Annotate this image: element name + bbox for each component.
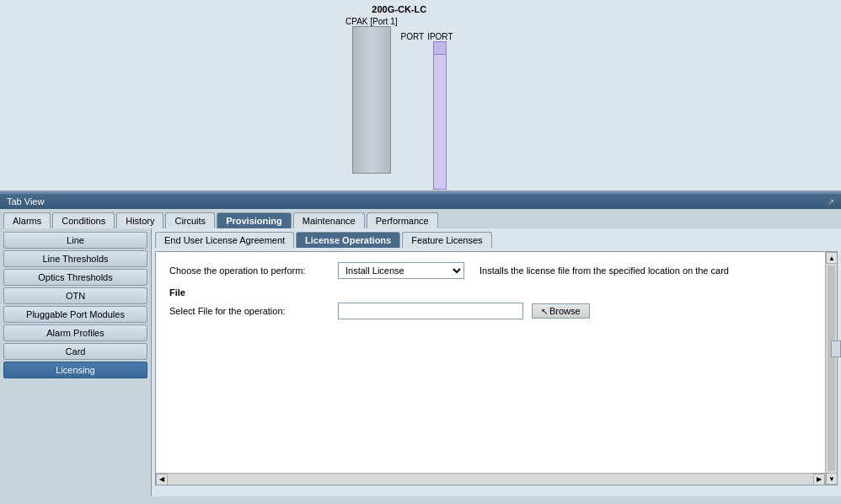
- sidebar-item-card[interactable]: Card: [3, 343, 147, 360]
- device-container: 200G-CK-LC CPAK [Port 1] PORT IPORT: [346, 4, 453, 190]
- tab-view-header: Tab View ↗: [0, 194, 841, 209]
- tab-view: Tab View ↗ Alarms Conditions History Cir…: [0, 192, 841, 504]
- scroll-down-arrow[interactable]: ▼: [826, 473, 838, 485]
- sidebar-item-pluggable-port-modules[interactable]: Pluggable Port Modules: [3, 306, 147, 323]
- sub-tab-license-operations[interactable]: License Operations: [296, 232, 400, 248]
- sidebar-item-optics-thresholds[interactable]: Optics Thresholds: [3, 269, 147, 286]
- left-sidebar: Line Line Thresholds Optics Thresholds O…: [0, 228, 152, 496]
- sub-tab-feature-licenses[interactable]: Feature Licenses: [402, 232, 491, 248]
- cpak-label: CPAK [Port 1]: [346, 17, 398, 26]
- sidebar-item-alarm-profiles[interactable]: Alarm Profiles: [3, 324, 147, 341]
- main-tabs-bar: Alarms Conditions History Circuits Provi…: [0, 209, 841, 228]
- device-ports-row: CPAK [Port 1] PORT IPORT: [346, 17, 453, 190]
- sidebar-item-line-thresholds[interactable]: Line Thresholds: [3, 250, 147, 267]
- sidebar-item-line[interactable]: Line: [3, 232, 147, 249]
- iport-block: IPORT: [427, 32, 453, 190]
- panel-inner: Choose the operation to perform: Install…: [156, 252, 837, 330]
- sub-tab-eula[interactable]: End User License Agreement: [155, 232, 294, 248]
- sidebar-item-otn[interactable]: OTN: [3, 287, 147, 304]
- sub-tabs-bar: End User License Agreement License Opera…: [155, 232, 838, 248]
- right-resize-handle[interactable]: [831, 340, 841, 357]
- tab-conditions[interactable]: Conditions: [52, 212, 115, 228]
- file-input[interactable]: [338, 303, 523, 319]
- bottom-scrollbar[interactable]: ◀ ▶: [156, 473, 825, 485]
- cursor-icon: ↖: [541, 307, 548, 316]
- device-title: 200G-CK-LC: [372, 4, 426, 14]
- cpak-block: CPAK [Port 1]: [346, 17, 398, 174]
- diagram-area: 200G-CK-LC CPAK [Port 1] PORT IPORT: [0, 0, 841, 192]
- scroll-right-arrow[interactable]: ▶: [813, 474, 825, 485]
- content-area: Line Line Thresholds Optics Thresholds O…: [0, 228, 841, 496]
- operation-select[interactable]: Install License: [338, 262, 464, 279]
- tab-performance[interactable]: Performance: [367, 212, 438, 228]
- tab-view-title: Tab View: [7, 196, 44, 206]
- iport-rect: [433, 41, 447, 55]
- panel-scrollbar[interactable]: ▲ ▼: [825, 252, 837, 485]
- operation-row: Choose the operation to perform: Install…: [169, 262, 823, 279]
- file-select-label: Select File for the operation:: [169, 306, 329, 316]
- operation-label: Choose the operation to perform:: [169, 265, 329, 276]
- tab-history[interactable]: History: [116, 212, 163, 228]
- scrollbar-thumb[interactable]: [828, 265, 835, 471]
- iport-label: IPORT: [427, 32, 453, 41]
- scroll-left-arrow[interactable]: ◀: [156, 474, 168, 485]
- port-block: PORT: [401, 32, 425, 41]
- tab-provisioning[interactable]: Provisioning: [217, 212, 292, 228]
- sidebar-item-licensing[interactable]: Licensing: [3, 362, 147, 378]
- browse-label: Browse: [549, 306, 581, 316]
- panel-content: Choose the operation to perform: Install…: [155, 251, 838, 485]
- scroll-up-arrow[interactable]: ▲: [826, 252, 838, 264]
- port-label: PORT: [401, 32, 425, 41]
- file-row: Select File for the operation: ↖ Browse: [169, 303, 823, 319]
- operation-description: Installs the license file from the speci…: [479, 265, 729, 276]
- right-panel: End User License Agreement License Opera…: [152, 228, 841, 496]
- cpak-rect: [352, 26, 391, 174]
- browse-button[interactable]: ↖ Browse: [532, 303, 590, 319]
- tab-alarms[interactable]: Alarms: [3, 212, 51, 228]
- expand-icon[interactable]: ↗: [828, 197, 834, 206]
- tab-maintenance[interactable]: Maintenance: [293, 212, 365, 228]
- tab-circuits[interactable]: Circuits: [165, 212, 215, 228]
- file-section-label: File: [169, 287, 823, 298]
- iport-line: [433, 55, 447, 190]
